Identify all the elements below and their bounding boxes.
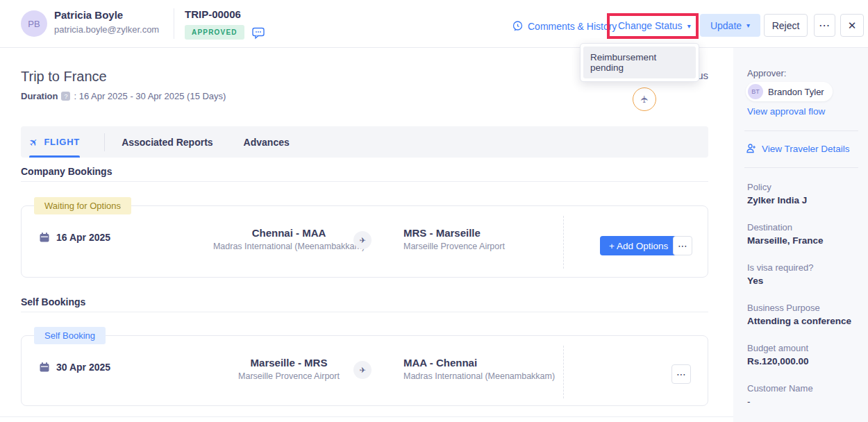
waiting-for-options-badge: Waiting for Options	[34, 197, 131, 214]
self-booking-card: Self Booking 30 Apr 2025 Marseille - MRS…	[21, 335, 708, 406]
field-value: Marseille, France	[747, 235, 861, 246]
flight-leg-to: MRS - Marseille Marseille Provence Airpo…	[403, 227, 505, 251]
view-approval-flow-link[interactable]: View approval flow	[747, 106, 825, 117]
user-name: Patricia Boyle	[54, 9, 123, 21]
to-airport: Marseille Provence Airport	[403, 242, 505, 251]
header-bar: PB Patricia Boyle patricia.boyle@zylker.…	[0, 0, 868, 48]
flight-leg-to: MAA - Chennai Madras International (Meen…	[403, 357, 555, 381]
calendar-icon	[39, 232, 50, 243]
to-code: MRS - Marseille	[403, 227, 505, 239]
booking-more-button[interactable]: ⋯	[673, 236, 692, 255]
close-icon: ✕	[848, 19, 857, 32]
field-value: -	[747, 396, 861, 407]
field-value: Rs.120,000.00	[747, 356, 861, 366]
approver-chip[interactable]: BT Brandon Tyler	[746, 82, 833, 101]
field-policy: Policy Zylker India J	[747, 182, 861, 205]
plane-icon: ✈	[26, 134, 42, 149]
comments-history-label: Comments & History	[528, 21, 617, 32]
approver-label: Approver:	[747, 68, 786, 78]
close-button[interactable]: ✕	[840, 14, 864, 37]
section-divider	[21, 181, 708, 182]
company-booking-card: Waiting for Options 16 Apr 2025 Chennai …	[21, 205, 708, 278]
booking-date-label: 30 Apr 2025	[56, 362, 110, 373]
chevron-down-icon: ▾	[746, 22, 750, 29]
field-budget-amount: Budget amount Rs.120,000.00	[747, 343, 861, 366]
ellipsis-icon: ⋯	[676, 369, 686, 380]
flight-booking-status-icon[interactable]: ✈	[633, 87, 656, 111]
trip-status-row: APPROVED	[185, 25, 265, 40]
info-icon: ?	[61, 92, 70, 101]
view-traveler-details-link[interactable]: View Traveler Details	[746, 143, 850, 154]
page-title: Trip to France	[21, 69, 107, 85]
field-customer-name: Customer Name -	[747, 383, 861, 407]
tab-advances[interactable]: Advances	[244, 137, 290, 148]
tab-flight-label: FLIGHT	[44, 137, 80, 147]
comments-history-link[interactable]: Comments & History	[512, 20, 617, 32]
company-bookings-heading: Company Bookings	[21, 166, 112, 177]
ellipsis-icon: ⋯	[819, 19, 831, 32]
field-value: Attending a conference	[747, 316, 861, 326]
field-label: Destination	[747, 222, 861, 233]
field-label: Business Purpose	[747, 303, 861, 313]
section-divider	[21, 312, 708, 312]
field-value: Yes	[747, 276, 861, 286]
tab-flight[interactable]: ✈ FLIGHT	[29, 126, 80, 158]
bottom-divider	[0, 416, 733, 417]
chevron-down-icon: ▾	[687, 22, 691, 30]
user-email: patricia.boyle@zylker.com	[54, 24, 159, 35]
field-value: Zylker India J	[747, 195, 861, 205]
sidebar-divider	[744, 167, 858, 168]
sidebar-divider	[744, 130, 858, 131]
comments-history-icon	[512, 20, 524, 32]
self-booking-badge: Self Booking	[34, 327, 106, 344]
change-status-dropdown: Reimbursement pending	[580, 43, 699, 82]
dotted-divider	[563, 216, 564, 269]
chat-icon[interactable]	[251, 26, 265, 40]
traveler-icon	[746, 143, 757, 154]
traveler-details-label: View Traveler Details	[762, 144, 850, 154]
approver-name: Brandon Tyler	[768, 87, 824, 97]
field-business-purpose: Business Purpose Attending a conference	[747, 303, 861, 326]
tab-associated-reports[interactable]: Associated Reports	[122, 137, 212, 148]
self-bookings-heading: Self Bookings	[21, 296, 85, 307]
flight-direction-icon: ✈	[353, 231, 372, 249]
more-actions-button[interactable]: ⋯	[814, 14, 835, 37]
change-status-button[interactable]: Change Status ▾	[618, 20, 691, 31]
reject-button[interactable]: Reject	[764, 14, 808, 37]
change-status-label: Change Status	[618, 20, 683, 31]
plane-icon: ✈	[639, 95, 650, 103]
update-button[interactable]: Update ▾	[700, 14, 760, 37]
dropdown-item-reimbursement-pending[interactable]: Reimbursement pending	[583, 47, 696, 78]
field-destination: Destination Marseille, France	[747, 222, 861, 246]
booking-date-label: 16 Apr 2025	[56, 232, 110, 243]
flight-direction-icon: ✈	[353, 361, 372, 379]
avatar: PB	[21, 10, 47, 37]
to-airport: Madras International (Meenambakkam)	[403, 371, 555, 381]
details-sidebar: Approver: BT Brandon Tyler View approval…	[733, 48, 868, 422]
trip-duration: Duration ? : 16 Apr 2025 - 30 Apr 2025 (…	[21, 91, 226, 101]
update-label: Update	[710, 20, 742, 31]
add-options-button[interactable]: + Add Options	[600, 236, 677, 255]
duration-label: Duration	[21, 91, 58, 101]
status-badge: APPROVED	[185, 25, 244, 40]
approver-avatar: BT	[748, 84, 763, 99]
to-code: MAA - Chennai	[403, 357, 555, 369]
field-label: Policy	[747, 182, 861, 192]
tab-divider	[104, 133, 105, 151]
booking-more-button[interactable]: ⋯	[671, 364, 691, 384]
calendar-icon	[39, 362, 50, 373]
field-visa-required: Is visa required? Yes	[747, 262, 861, 286]
header-divider	[174, 8, 174, 39]
booking-date: 30 Apr 2025	[39, 362, 110, 373]
ellipsis-icon: ⋯	[678, 240, 687, 251]
booking-date: 16 Apr 2025	[39, 232, 110, 243]
field-label: Is visa required?	[747, 262, 861, 273]
field-label: Budget amount	[747, 343, 861, 353]
tab-strip: ✈ FLIGHT Associated Reports Advances	[21, 126, 708, 158]
field-label: Customer Name	[747, 383, 861, 394]
duration-value: : 16 Apr 2025 - 30 Apr 2025 (15 Days)	[74, 91, 226, 101]
trip-fields: Policy Zylker India J Destination Marsei…	[747, 182, 861, 422]
reject-label: Reject	[772, 20, 800, 31]
dotted-divider	[563, 346, 564, 398]
trip-id: TRIP-00006	[185, 8, 241, 20]
